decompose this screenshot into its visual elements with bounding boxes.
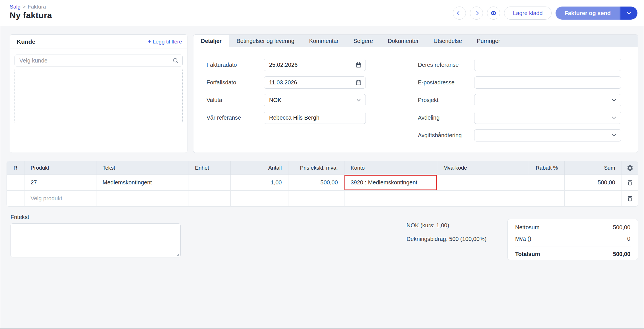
tab-kommentar[interactable]: Kommentar (302, 35, 346, 47)
tab-dokumenter[interactable]: Dokumenter (380, 35, 426, 47)
customer-panel: Kunde + Legg til flere (10, 34, 187, 153)
line-price-cell[interactable]: 500,00 (288, 174, 344, 190)
breadcrumb-sales-link[interactable]: Salg (10, 4, 20, 10)
line-r-cell[interactable] (7, 174, 24, 190)
calendar-icon[interactable] (355, 79, 362, 86)
free-text-area[interactable] (11, 223, 181, 257)
invoice-line-row: 27 Medlemskontingent 1,00 500,00 3920 : … (7, 174, 638, 190)
summary-info: NOK (kurs: 1,00) Dekningsbidrag: 500 (10… (406, 218, 486, 246)
invoice-date-label: Fakturadato (207, 62, 264, 68)
line-text-cell[interactable]: Medlemskontingent (96, 174, 189, 190)
page-header: Salg>Faktura Ny faktura Lagre kladd (0, 0, 644, 26)
breadcrumb-separator: > (22, 4, 26, 10)
trash-icon (626, 195, 633, 202)
chevron-down-icon (626, 10, 632, 16)
table-header-row: R Produkt Tekst Enhet Antall Pris ekskl.… (7, 161, 638, 174)
detail-form: Fakturadato Forfallsdato (193, 47, 638, 59)
column-header-r: R (7, 161, 24, 174)
detail-form-left-column: Fakturadato Forfallsdato (207, 59, 366, 129)
invoice-and-send-button[interactable]: Fakturer og send (556, 7, 620, 20)
field-invoice-date: Fakturadato (207, 59, 366, 71)
invoice-date-input[interactable] (264, 59, 366, 71)
line-vat-code-cell[interactable] (437, 174, 529, 190)
their-reference-input[interactable] (474, 59, 621, 71)
due-date-label: Forfallsdato (207, 79, 264, 86)
line-unit-cell[interactable] (189, 174, 230, 190)
currency-label: Valuta (207, 97, 264, 103)
gear-icon (627, 164, 633, 171)
line-account-cell[interactable]: 3920 : Medlemskontingent (344, 174, 437, 190)
line-quantity-cell[interactable]: 1,00 (230, 174, 288, 190)
page-title: Ny faktura (10, 11, 52, 20)
table-settings-button[interactable] (622, 161, 638, 174)
chevron-down-icon (355, 97, 362, 103)
save-draft-button[interactable]: Lagre kladd (504, 7, 552, 20)
net-sum-label: Nettosum (515, 224, 540, 231)
email-input[interactable] (474, 76, 621, 89)
field-department: Avdeling (418, 112, 621, 124)
vat-row: Mva () 0 (515, 235, 630, 242)
tab-utsendelse[interactable]: Utsendelse (426, 35, 469, 47)
field-email: E-postadresse (418, 76, 621, 89)
total-sum-row: Totalsum 500,00 (515, 250, 630, 258)
net-sum-value: 500,00 (613, 224, 630, 231)
customer-drop-area (15, 69, 183, 123)
email-label: E-postadresse (418, 79, 474, 86)
vat-handling-label: Avgiftshåndtering (418, 132, 474, 139)
customer-panel-header: Kunde + Legg til flere (10, 35, 187, 49)
line-account-value: 3920 : Medlemskontingent (351, 179, 418, 186)
calendar-icon[interactable] (355, 62, 362, 68)
project-select[interactable] (474, 94, 621, 106)
free-text-label: Fritekst (11, 214, 29, 220)
preview-button[interactable] (487, 7, 500, 20)
add-more-customers-link[interactable]: + Legg til flere (148, 39, 182, 45)
tab-betingelser-og-levering[interactable]: Betingelser og levering (229, 35, 302, 47)
invoice-lines-table: R Produkt Tekst Enhet Antall Pris ekskl.… (7, 161, 638, 207)
our-reference-input[interactable] (264, 112, 366, 124)
new-line-row: Velg produkt (7, 190, 638, 206)
new-line-account-cell[interactable] (344, 190, 437, 206)
currency-rate-line: NOK (kurs: 1,00) (406, 218, 486, 232)
field-currency: Valuta NOK (207, 94, 366, 106)
new-line-r-cell[interactable] (7, 190, 24, 206)
department-label: Avdeling (418, 114, 474, 121)
invoice-and-send-dropdown[interactable] (620, 7, 637, 20)
tab-selgere[interactable]: Selgere (346, 35, 380, 47)
new-line-sum-cell[interactable] (564, 190, 622, 206)
vat-handling-select[interactable] (474, 129, 621, 141)
new-line-quantity-cell[interactable] (230, 190, 288, 206)
net-sum-row: Nettosum 500,00 (515, 224, 630, 231)
new-line-vat-code-cell[interactable] (437, 190, 529, 206)
column-header-enhet: Enhet (189, 161, 230, 174)
new-line-unit-cell[interactable] (189, 190, 230, 206)
total-sum-label: Totalsum (515, 251, 540, 257)
new-line-product-cell[interactable]: Velg produkt (24, 190, 96, 206)
field-vat-handling: Avgiftshåndtering (418, 129, 621, 141)
column-header-rabatt: Rabatt % (529, 161, 564, 174)
back-button[interactable] (453, 7, 466, 20)
due-date-input[interactable] (264, 76, 366, 89)
detail-tabs: Detaljer Betingelser og levering Komment… (193, 35, 638, 47)
department-select[interactable] (474, 112, 621, 124)
delete-line-button[interactable] (622, 175, 638, 190)
arrow-left-icon (456, 10, 463, 16)
field-project: Prosjekt (418, 94, 621, 106)
forward-button[interactable] (470, 7, 483, 20)
line-sum-cell[interactable]: 500,00 (564, 174, 622, 190)
currency-select[interactable]: NOK (264, 94, 366, 106)
customer-search-input[interactable] (15, 55, 183, 66)
vat-label: Mva () (515, 236, 531, 242)
new-line-text-cell[interactable] (96, 190, 189, 206)
totals-panel: Nettosum 500,00 Mva () 0 Totalsum 500,00 (507, 219, 638, 260)
their-reference-label: Deres referanse (418, 62, 474, 68)
tab-purringer[interactable]: Purringer (469, 35, 507, 47)
delete-new-line-button[interactable] (622, 191, 638, 207)
column-header-produkt: Produkt (24, 161, 96, 174)
new-line-price-cell[interactable] (288, 190, 344, 206)
tab-detaljer[interactable]: Detaljer (193, 35, 229, 47)
line-discount-cell[interactable] (529, 174, 564, 190)
column-header-konto: Konto (344, 161, 437, 174)
new-line-discount-cell[interactable] (529, 190, 564, 206)
line-product-cell[interactable]: 27 (24, 174, 96, 190)
detail-form-right-column: Deres referanse E-postadresse Prosjekt (418, 59, 621, 147)
